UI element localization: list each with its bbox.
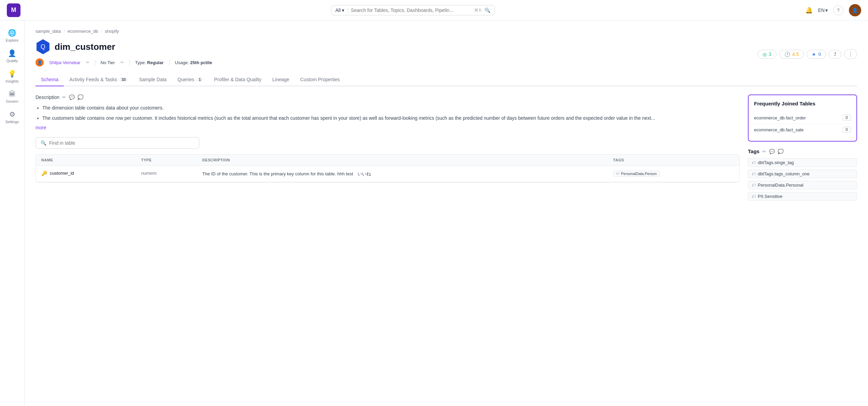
tag-item-label-3: PII.Sensitive xyxy=(758,194,782,199)
schema-table-container: NAME TYPE DESCRIPTION TAGS xyxy=(35,154,740,183)
tag-icon-0: 🏷 xyxy=(752,160,756,165)
breadcrumb-item-2[interactable]: shopify xyxy=(105,29,119,34)
sidebar-item-govern[interactable]: 🏛 Govern xyxy=(1,87,23,106)
tag-list: 🏷 dbtTags.singe_tag 🏷 dbtTags.tags_colum… xyxy=(748,158,857,201)
tier-edit-icon[interactable]: ✏ xyxy=(120,60,124,65)
table-search[interactable]: 🔍 xyxy=(35,137,199,149)
rating-stat[interactable]: 🕐 4.5 xyxy=(779,50,804,59)
fj-name-0: ecommerce_db.fact_order xyxy=(754,115,806,120)
fj-item-0[interactable]: ecommerce_db.fact_order 0 xyxy=(754,112,851,124)
owner-name[interactable]: Shilpa Vernekar xyxy=(49,60,81,65)
health-stat[interactable]: ◎ 3 xyxy=(757,50,777,59)
tab-custom-props[interactable]: Custom Properties xyxy=(295,73,345,86)
user-avatar[interactable]: 👤 xyxy=(849,4,861,16)
tags-edit-icon[interactable]: ✏ xyxy=(762,149,766,154)
breadcrumb-item-1[interactable]: ecommerce_db xyxy=(68,29,98,34)
tab-schema[interactable]: Schema xyxy=(35,73,64,86)
breadcrumb-sep-0: / xyxy=(63,29,65,34)
help-button[interactable]: ? xyxy=(833,5,843,15)
description-more-link[interactable]: more xyxy=(35,125,46,130)
app-logo[interactable]: M xyxy=(7,3,20,17)
usage-value: 25th pctile xyxy=(190,60,212,65)
table-search-input[interactable] xyxy=(49,140,194,146)
main-content: sample_data / ecommerce_db / shopify ◎ 3… xyxy=(25,20,868,406)
fj-item-1[interactable]: ecommerce_db.fact_sale 0 xyxy=(754,124,851,135)
tags-comment-icon[interactable]: 💭 xyxy=(778,149,783,154)
sidebar-item-settings[interactable]: ⚙ Settings xyxy=(1,107,23,127)
search-filter-dropdown[interactable]: All ▾ xyxy=(335,8,348,13)
fj-name-1: ecommerce_db.fact_sale xyxy=(754,127,804,132)
description-content: The dimension table contains data about … xyxy=(35,104,740,122)
sidebar-item-quality[interactable]: 👤 Quality xyxy=(1,46,23,66)
language-selector[interactable]: EN ▾ xyxy=(818,8,828,13)
entity-meta: 👤 Shilpa Vernekar ✏ No Tier ✏ Type: Regu… xyxy=(35,58,857,67)
type-meta: Type: Regular xyxy=(135,60,164,65)
more-actions-button[interactable]: ⋮ xyxy=(844,49,857,59)
stars-stat[interactable]: ★ 9 xyxy=(807,50,826,59)
sidebar-item-explore[interactable]: 🌐 Explore xyxy=(1,26,23,45)
sidebar: 🌐 Explore 👤 Quality 💡 Insights 🏛 Govern … xyxy=(0,20,25,406)
frequently-joined-panel: Frequently Joined Tables ecommerce_db.fa… xyxy=(748,95,857,142)
tab-sample-data[interactable]: Sample Data xyxy=(133,73,172,86)
col-tags-cell: 🏷 PersonalData.Person xyxy=(613,171,734,177)
lang-chevron-icon: ▾ xyxy=(825,8,828,13)
tag-pill[interactable]: 🏷 PersonalData.Person xyxy=(613,171,660,177)
hex-background: Q xyxy=(35,39,50,54)
description-comment-icon[interactable]: 💭 xyxy=(77,95,83,100)
description-header: Description ✏ 💬 💭 xyxy=(35,95,740,100)
logo-text: M xyxy=(11,6,16,14)
tab-lineage-label: Lineage xyxy=(272,77,289,82)
sidebar-item-label: Quality xyxy=(6,59,18,63)
description-edit-icon[interactable]: ✏ xyxy=(62,95,66,100)
meta-divider-3 xyxy=(169,60,170,65)
topbar: M All ▾ ⌘ K 🔍 🔔 EN ▾ ? 👤 xyxy=(0,0,868,20)
global-search[interactable]: All ▾ ⌘ K 🔍 xyxy=(331,5,495,15)
share-button[interactable]: ⤴ xyxy=(829,50,841,59)
table-search-icon: 🔍 xyxy=(41,140,46,146)
search-icon: 🔍 xyxy=(484,8,490,13)
settings-icon: ⚙ xyxy=(9,110,15,118)
description-suggest-icon[interactable]: 💬 xyxy=(69,95,75,100)
fj-count-1: 0 xyxy=(842,127,851,133)
tab-lineage[interactable]: Lineage xyxy=(267,73,295,86)
chevron-down-icon: ▾ xyxy=(342,8,344,13)
quality-icon: 👤 xyxy=(8,49,16,57)
tag-icon-1: 🏷 xyxy=(752,172,756,176)
tab-queries[interactable]: Queries 1 xyxy=(172,73,208,86)
sidebar-item-label: Govern xyxy=(6,99,18,103)
col-header-name: NAME xyxy=(36,155,136,166)
tab-custom-label: Custom Properties xyxy=(300,77,340,82)
tag-item-2[interactable]: 🏷 PersonalData.Personal xyxy=(748,181,857,189)
schema-panel: Description ✏ 💬 💭 The dimension table co… xyxy=(35,95,740,201)
clock-icon: 🕐 xyxy=(784,52,790,57)
fj-count-0: 0 xyxy=(842,115,851,121)
col-desc-cell: The ID of the customer. This is the prim… xyxy=(197,165,608,182)
notifications-button[interactable]: 🔔 xyxy=(805,6,813,14)
tags-header: Tags ✏ 💬 💭 xyxy=(748,148,857,154)
topbar-actions: 🔔 EN ▾ ? 👤 xyxy=(805,4,861,16)
col-header-tags: TAGS xyxy=(608,155,739,166)
tag-icon-3: 🏷 xyxy=(752,194,756,199)
breadcrumb-item-0[interactable]: sample_data xyxy=(35,29,61,34)
tag-item-label-1: dbtTags.tags_column_one xyxy=(758,171,810,176)
breadcrumb: sample_data / ecommerce_db / shopify xyxy=(35,29,857,34)
tag-item-3[interactable]: 🏷 PII.Sensitive xyxy=(748,192,857,201)
tab-activity-label: Activity Feeds & Tasks xyxy=(69,77,117,82)
entity-header: Q dim_customer xyxy=(35,39,857,54)
entity-type-icon: Q xyxy=(35,39,50,54)
health-value: 3 xyxy=(769,52,771,57)
tag-item-0[interactable]: 🏷 dbtTags.singe_tag xyxy=(748,158,857,167)
tags-suggest-icon[interactable]: 💬 xyxy=(769,149,775,154)
lang-label: EN xyxy=(818,8,825,13)
search-input[interactable] xyxy=(351,8,471,13)
usage-label: Usage: xyxy=(175,60,189,65)
tab-activity[interactable]: Activity Feeds & Tasks 33 xyxy=(64,73,133,86)
right-sidebar: Frequently Joined Tables ecommerce_db.fa… xyxy=(748,95,857,201)
tab-profiler[interactable]: Profiler & Data Quality xyxy=(209,73,267,86)
tab-sample-label: Sample Data xyxy=(139,77,167,82)
owner-edit-icon[interactable]: ✏ xyxy=(86,60,89,65)
sidebar-item-insights[interactable]: 💡 Insights xyxy=(1,67,23,86)
tag-item-1[interactable]: 🏷 dbtTags.tags_column_one xyxy=(748,170,857,178)
globe-icon: 🌐 xyxy=(8,29,16,37)
meta-divider-1 xyxy=(95,60,95,65)
